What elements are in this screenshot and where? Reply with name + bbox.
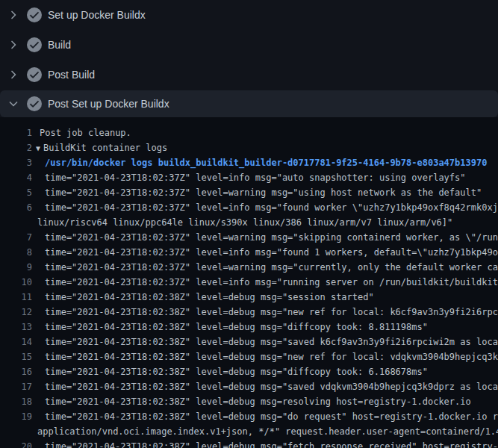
line-number[interactable]: 7 (0, 230, 32, 245)
log-line: 13time="2021-04-23T18:02:38Z" level=debu… (0, 320, 498, 335)
log-text: time="2021-04-23T18:02:38Z" level=debug … (45, 335, 498, 349)
log-text: time="2021-04-23T18:02:37Z" level=info m… (45, 200, 498, 215)
step-row-3[interactable]: Post Set up Docker Buildx (0, 90, 498, 117)
log-line: 17time="2021-04-23T18:02:38Z" level=debu… (0, 379, 498, 394)
log-text: time="2021-04-23T18:02:37Z" level=info m… (45, 275, 498, 290)
log-line: 18time="2021-04-23T18:02:38Z" level=debu… (0, 394, 498, 409)
log-text: time="2021-04-23T18:02:37Z" level=info m… (45, 245, 498, 260)
check-circle-icon (27, 67, 42, 82)
log-line: application/vnd.oci.image.index.v1+json,… (0, 424, 498, 439)
log-line: 19time="2021-04-23T18:02:38Z" level=debu… (0, 409, 498, 424)
log-viewer: 1Post job cleanup.2▼BuildKit container l… (0, 117, 498, 448)
log-line: 3/usr/bin/docker logs buildx_buildkit_bu… (0, 155, 498, 170)
log-line: 10time="2021-04-23T18:02:37Z" level=info… (0, 275, 498, 290)
line-number[interactable] (0, 424, 32, 439)
log-text: time="2021-04-23T18:02:37Z" level=warnin… (45, 260, 498, 275)
log-text: time="2021-04-23T18:02:37Z" level=warnin… (45, 230, 498, 245)
log-command-text: /usr/bin/docker logs buildx_buildkit_bui… (45, 155, 487, 170)
log-text: time="2021-04-23T18:02:38Z" level=debug … (45, 439, 498, 448)
step-row-2[interactable]: Post Build (0, 60, 498, 90)
line-number[interactable]: 10 (0, 275, 32, 290)
check-circle-icon (27, 7, 42, 22)
log-line: 14time="2021-04-23T18:02:38Z" level=debu… (0, 335, 498, 349)
log-text: time="2021-04-23T18:02:38Z" level=debug … (45, 349, 498, 364)
log-text: time="2021-04-23T18:02:38Z" level=debug … (45, 320, 428, 335)
line-number[interactable] (0, 215, 32, 230)
chevron-right-icon[interactable] (7, 69, 19, 81)
log-text: time="2021-04-23T18:02:38Z" level=debug … (45, 290, 374, 305)
line-number[interactable]: 3 (0, 155, 32, 170)
line-number[interactable]: 19 (0, 409, 32, 424)
log-line: 12time="2021-04-23T18:02:38Z" level=debu… (0, 305, 498, 320)
log-line: 1Post job cleanup. (0, 125, 498, 140)
line-number[interactable]: 4 (0, 170, 32, 185)
step-label: Post Build (48, 69, 95, 81)
line-number[interactable]: 6 (0, 200, 32, 215)
line-number[interactable]: 2 (0, 140, 32, 155)
log-text: time="2021-04-23T18:02:37Z" level=info m… (45, 170, 466, 185)
chevron-down-icon[interactable] (7, 98, 19, 110)
log-line: 20time="2021-04-23T18:02:38Z" level=debu… (0, 439, 498, 448)
line-number[interactable]: 8 (0, 245, 32, 260)
line-number[interactable]: 11 (0, 290, 32, 305)
line-number[interactable]: 1 (0, 125, 32, 140)
log-line: 8time="2021-04-23T18:02:37Z" level=info … (0, 245, 498, 260)
log-line: 7time="2021-04-23T18:02:37Z" level=warni… (0, 230, 498, 245)
log-text: time="2021-04-23T18:02:38Z" level=debug … (45, 379, 498, 394)
triangle-down-icon: ▼ (36, 144, 43, 152)
log-line: 5time="2021-04-23T18:02:37Z" level=warni… (0, 185, 498, 200)
log-line: linux/riscv64 linux/ppc64le linux/s390x … (0, 215, 498, 230)
step-label: Set up Docker Buildx (48, 9, 146, 21)
line-number[interactable]: 20 (0, 439, 32, 448)
log-text-continuation: linux/riscv64 linux/ppc64le linux/s390x … (37, 215, 452, 230)
steps-list: Set up Docker BuildxBuildPost BuildPost … (0, 0, 498, 117)
log-line: 6time="2021-04-23T18:02:37Z" level=info … (0, 200, 498, 215)
log-text: time="2021-04-23T18:02:38Z" level=debug … (45, 409, 498, 424)
log-group-toggle[interactable]: ▼BuildKit container logs (36, 140, 167, 155)
line-number[interactable]: 15 (0, 349, 32, 364)
log-line: 16time="2021-04-23T18:02:38Z" level=debu… (0, 364, 498, 379)
log-line: 11time="2021-04-23T18:02:38Z" level=debu… (0, 290, 498, 305)
step-label: Post Set up Docker Buildx (48, 98, 169, 110)
step-row-1[interactable]: Build (0, 30, 498, 60)
line-number[interactable]: 9 (0, 260, 32, 275)
log-text: time="2021-04-23T18:02:38Z" level=debug … (45, 394, 471, 409)
step-label: Build (48, 39, 71, 51)
chevron-right-icon[interactable] (7, 39, 19, 51)
log-text: time="2021-04-23T18:02:38Z" level=debug … (45, 305, 498, 320)
line-number[interactable]: 17 (0, 379, 32, 394)
log-line: 4time="2021-04-23T18:02:37Z" level=info … (0, 170, 498, 185)
check-circle-icon (27, 37, 42, 52)
log-line: 15time="2021-04-23T18:02:38Z" level=debu… (0, 349, 498, 364)
log-text: Post job cleanup. (40, 125, 131, 140)
line-number[interactable]: 5 (0, 185, 32, 200)
line-number[interactable]: 12 (0, 305, 32, 320)
chevron-right-icon[interactable] (7, 9, 19, 21)
line-number[interactable]: 13 (0, 320, 32, 335)
check-circle-icon (27, 96, 42, 111)
line-number[interactable]: 16 (0, 364, 32, 379)
log-text-continuation: application/vnd.oci.image.index.v1+json,… (37, 424, 498, 439)
log-text: time="2021-04-23T18:02:38Z" level=debug … (45, 364, 428, 379)
log-line: 2▼BuildKit container logs (0, 140, 498, 155)
log-text: time="2021-04-23T18:02:37Z" level=warnin… (45, 185, 482, 200)
log-line: 9time="2021-04-23T18:02:37Z" level=warni… (0, 260, 498, 275)
step-row-0[interactable]: Set up Docker Buildx (0, 0, 498, 30)
line-number[interactable]: 14 (0, 335, 32, 349)
line-number[interactable]: 18 (0, 394, 32, 409)
